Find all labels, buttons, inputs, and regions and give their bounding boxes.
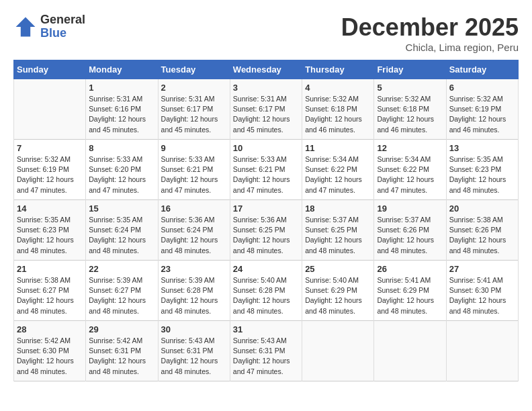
logo-blue: Blue <box>40 27 85 40</box>
day-info: Sunrise: 5:36 AM Sunset: 6:25 PM Dayligh… <box>233 215 299 256</box>
day-number: 23 <box>161 264 227 274</box>
day-cell: 10Sunrise: 5:33 AM Sunset: 6:21 PM Dayli… <box>230 140 302 200</box>
day-cell: 16Sunrise: 5:36 AM Sunset: 6:24 PM Dayli… <box>158 200 230 261</box>
day-cell: 2Sunrise: 5:31 AM Sunset: 6:17 PM Daylig… <box>158 79 230 140</box>
day-number: 11 <box>305 143 371 153</box>
day-number: 22 <box>89 264 154 274</box>
day-cell: 15Sunrise: 5:35 AM Sunset: 6:24 PM Dayli… <box>86 200 158 261</box>
day-info: Sunrise: 5:37 AM Sunset: 6:25 PM Dayligh… <box>305 215 371 256</box>
day-cell <box>374 321 446 381</box>
day-number: 4 <box>305 83 371 93</box>
day-info: Sunrise: 5:32 AM Sunset: 6:18 PM Dayligh… <box>305 94 371 135</box>
day-number: 16 <box>161 203 227 214</box>
day-number: 3 <box>233 83 299 93</box>
day-number: 31 <box>233 324 299 334</box>
title-block: December 2025 Chicla, Lima region, Peru <box>341 13 519 53</box>
day-info: Sunrise: 5:41 AM Sunset: 6:30 PM Dayligh… <box>449 275 515 316</box>
day-number: 2 <box>161 83 227 93</box>
day-info: Sunrise: 5:41 AM Sunset: 6:29 PM Dayligh… <box>377 275 443 316</box>
day-info: Sunrise: 5:32 AM Sunset: 6:19 PM Dayligh… <box>17 154 83 195</box>
day-cell: 14Sunrise: 5:35 AM Sunset: 6:23 PM Dayli… <box>14 200 86 261</box>
day-info: Sunrise: 5:39 AM Sunset: 6:27 PM Dayligh… <box>89 275 154 316</box>
day-number: 24 <box>233 264 299 274</box>
day-number: 7 <box>17 143 83 153</box>
day-number: 14 <box>17 203 83 214</box>
day-cell: 6Sunrise: 5:32 AM Sunset: 6:19 PM Daylig… <box>446 79 518 140</box>
day-cell: 3Sunrise: 5:31 AM Sunset: 6:17 PM Daylig… <box>230 79 302 140</box>
day-info: Sunrise: 5:34 AM Sunset: 6:22 PM Dayligh… <box>377 154 443 195</box>
logo-general: General <box>40 13 85 27</box>
day-info: Sunrise: 5:36 AM Sunset: 6:24 PM Dayligh… <box>161 215 227 256</box>
header-monday: Monday <box>86 60 158 79</box>
header-saturday: Saturday <box>446 60 518 79</box>
day-number: 6 <box>449 83 515 93</box>
week-row-4: 21Sunrise: 5:38 AM Sunset: 6:27 PM Dayli… <box>14 261 519 321</box>
day-info: Sunrise: 5:35 AM Sunset: 6:23 PM Dayligh… <box>449 154 515 195</box>
day-cell: 22Sunrise: 5:39 AM Sunset: 6:27 PM Dayli… <box>86 261 158 321</box>
page-header: General Blue December 2025 Chicla, Lima … <box>13 13 519 53</box>
day-info: Sunrise: 5:42 AM Sunset: 6:30 PM Dayligh… <box>17 336 83 377</box>
day-info: Sunrise: 5:38 AM Sunset: 6:27 PM Dayligh… <box>17 275 83 316</box>
day-info: Sunrise: 5:38 AM Sunset: 6:26 PM Dayligh… <box>449 215 515 256</box>
day-cell: 24Sunrise: 5:40 AM Sunset: 6:28 PM Dayli… <box>230 261 302 321</box>
day-info: Sunrise: 5:35 AM Sunset: 6:23 PM Dayligh… <box>17 215 83 256</box>
day-number: 5 <box>377 83 443 93</box>
day-info: Sunrise: 5:37 AM Sunset: 6:26 PM Dayligh… <box>377 215 443 256</box>
day-cell: 4Sunrise: 5:32 AM Sunset: 6:18 PM Daylig… <box>302 79 374 140</box>
day-number: 21 <box>17 264 83 274</box>
day-cell: 18Sunrise: 5:37 AM Sunset: 6:25 PM Dayli… <box>302 200 374 261</box>
day-number: 26 <box>377 264 443 274</box>
day-cell: 26Sunrise: 5:41 AM Sunset: 6:29 PM Dayli… <box>374 261 446 321</box>
day-number: 27 <box>449 264 515 274</box>
day-cell <box>14 79 86 140</box>
day-info: Sunrise: 5:31 AM Sunset: 6:16 PM Dayligh… <box>89 94 154 135</box>
header-wednesday: Wednesday <box>230 60 302 79</box>
day-cell: 21Sunrise: 5:38 AM Sunset: 6:27 PM Dayli… <box>14 261 86 321</box>
day-cell: 27Sunrise: 5:41 AM Sunset: 6:30 PM Dayli… <box>446 261 518 321</box>
day-info: Sunrise: 5:35 AM Sunset: 6:24 PM Dayligh… <box>89 215 154 256</box>
day-number: 12 <box>377 143 443 153</box>
day-info: Sunrise: 5:32 AM Sunset: 6:18 PM Dayligh… <box>377 94 443 135</box>
day-cell: 17Sunrise: 5:36 AM Sunset: 6:25 PM Dayli… <box>230 200 302 261</box>
day-cell: 12Sunrise: 5:34 AM Sunset: 6:22 PM Dayli… <box>374 140 446 200</box>
day-cell: 23Sunrise: 5:39 AM Sunset: 6:28 PM Dayli… <box>158 261 230 321</box>
calendar-table: SundayMondayTuesdayWednesdayThursdayFrid… <box>13 60 519 381</box>
day-cell: 7Sunrise: 5:32 AM Sunset: 6:19 PM Daylig… <box>14 140 86 200</box>
day-info: Sunrise: 5:40 AM Sunset: 6:28 PM Dayligh… <box>233 275 299 316</box>
day-number: 17 <box>233 203 299 214</box>
day-cell: 8Sunrise: 5:33 AM Sunset: 6:20 PM Daylig… <box>86 140 158 200</box>
day-info: Sunrise: 5:40 AM Sunset: 6:29 PM Dayligh… <box>305 275 371 316</box>
header-sunday: Sunday <box>14 60 86 79</box>
day-cell: 11Sunrise: 5:34 AM Sunset: 6:22 PM Dayli… <box>302 140 374 200</box>
day-info: Sunrise: 5:33 AM Sunset: 6:21 PM Dayligh… <box>161 154 227 195</box>
day-cell: 13Sunrise: 5:35 AM Sunset: 6:23 PM Dayli… <box>446 140 518 200</box>
day-number: 13 <box>449 143 515 153</box>
day-cell: 30Sunrise: 5:43 AM Sunset: 6:31 PM Dayli… <box>158 321 230 381</box>
month-title: December 2025 <box>341 13 519 42</box>
day-number: 28 <box>17 324 83 334</box>
week-row-1: 1Sunrise: 5:31 AM Sunset: 6:16 PM Daylig… <box>14 79 519 140</box>
day-number: 18 <box>305 203 371 214</box>
day-number: 15 <box>89 203 154 214</box>
day-number: 1 <box>89 83 154 93</box>
day-info: Sunrise: 5:34 AM Sunset: 6:22 PM Dayligh… <box>305 154 371 195</box>
day-number: 30 <box>161 324 227 334</box>
day-info: Sunrise: 5:43 AM Sunset: 6:31 PM Dayligh… <box>161 336 227 377</box>
day-cell: 29Sunrise: 5:42 AM Sunset: 6:31 PM Dayli… <box>86 321 158 381</box>
day-number: 20 <box>449 203 515 214</box>
logo-text: General Blue <box>40 13 85 40</box>
day-cell: 19Sunrise: 5:37 AM Sunset: 6:26 PM Dayli… <box>374 200 446 261</box>
day-info: Sunrise: 5:43 AM Sunset: 6:31 PM Dayligh… <box>233 336 299 377</box>
header-tuesday: Tuesday <box>158 60 230 79</box>
day-info: Sunrise: 5:31 AM Sunset: 6:17 PM Dayligh… <box>233 94 299 135</box>
day-info: Sunrise: 5:33 AM Sunset: 6:20 PM Dayligh… <box>89 154 154 195</box>
day-number: 10 <box>233 143 299 153</box>
svg-marker-0 <box>16 17 36 36</box>
day-info: Sunrise: 5:31 AM Sunset: 6:17 PM Dayligh… <box>161 94 227 135</box>
day-number: 19 <box>377 203 443 214</box>
day-cell: 25Sunrise: 5:40 AM Sunset: 6:29 PM Dayli… <box>302 261 374 321</box>
day-number: 25 <box>305 264 371 274</box>
day-info: Sunrise: 5:32 AM Sunset: 6:19 PM Dayligh… <box>449 94 515 135</box>
day-cell: 31Sunrise: 5:43 AM Sunset: 6:31 PM Dayli… <box>230 321 302 381</box>
day-cell: 20Sunrise: 5:38 AM Sunset: 6:26 PM Dayli… <box>446 200 518 261</box>
